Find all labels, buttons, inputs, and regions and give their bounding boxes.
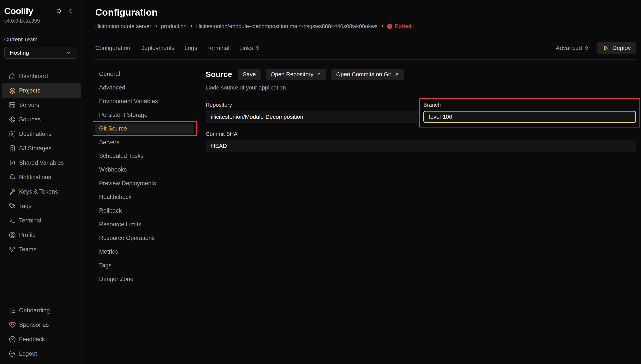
sidebar-item-onboarding[interactable]: Onboarding [2, 303, 81, 318]
subnav-item-git-source[interactable]: Git Source [95, 124, 194, 134]
subnav-item-advanced[interactable]: Advanced [95, 82, 194, 93]
tab-links[interactable]: Links [239, 45, 260, 52]
sidebar-item-dashboard[interactable]: Dashboard [2, 69, 81, 84]
sidebar-item-label: Logout [19, 350, 37, 357]
sidebar-item-logout[interactable]: Logout [2, 346, 81, 361]
subnav-item-webhooks[interactable]: Webhooks [95, 164, 194, 175]
sun-icon[interactable] [55, 7, 63, 15]
deploy-label: Deploy [612, 45, 631, 52]
chevrons-up-down-icon [584, 46, 589, 50]
open-commits-button[interactable]: Open Commits on Git [331, 69, 404, 80]
tab-configuration[interactable]: Configuration [95, 45, 130, 52]
subnav-item-danger-zone[interactable]: Danger Zone [95, 274, 194, 284]
subnav-item-metrics[interactable]: Metrics [95, 246, 194, 257]
sidebar-item-sources[interactable]: Sources [2, 112, 81, 127]
logout-icon [9, 350, 16, 357]
breadcrumb-project[interactable]: illicitonion quote server [95, 23, 151, 30]
subnav-item-rollback[interactable]: Rollback [95, 206, 194, 216]
branch-input[interactable]: level-100 [423, 111, 636, 123]
subnav-item-preview-deployments[interactable]: Preview Deployments [95, 178, 194, 188]
git-icon [9, 116, 16, 123]
sidebar-item-destinations[interactable]: Destinations [2, 127, 81, 141]
repository-value: illicitestonion/Module-Decomposition [211, 114, 303, 120]
subnav-item-environment-variables[interactable]: Environment Variables [95, 96, 194, 106]
breadcrumb-separator: › [381, 22, 383, 29]
section-title: Source [206, 70, 232, 79]
open-repository-button[interactable]: Open Repository [266, 69, 326, 80]
home-icon [9, 72, 16, 80]
sidebar-item-projects[interactable]: Projects [2, 84, 81, 98]
subnav-item-tags[interactable]: Tags [95, 260, 194, 270]
sidebar-item-label: Sponsor us [19, 322, 49, 328]
server-icon [9, 102, 16, 109]
sidebar-item-profile[interactable]: Profile [2, 228, 81, 242]
sidebar-item-tags[interactable]: Tags [2, 199, 81, 213]
commit-sha-value: HEAD [211, 143, 227, 149]
tab-label: Links [239, 45, 253, 52]
subnav-item-persistent-storage[interactable]: Persistent Storage [95, 110, 194, 120]
subnav-item-scheduled-tasks[interactable]: Scheduled Tasks [95, 151, 194, 161]
map-icon [9, 130, 16, 138]
commit-sha-field: Commit SHA HEAD [206, 131, 636, 152]
sidebar-item-shared-variables[interactable]: Shared Variables [2, 156, 81, 170]
chevrons-up-down-icon [255, 46, 260, 50]
branch-label: Branch [423, 102, 636, 108]
repository-input[interactable]: illicitestonion/Module-Decomposition [206, 111, 418, 123]
user-circle-icon [9, 232, 16, 238]
tab-label: Configuration [95, 45, 130, 52]
breadcrumb: illicitonion quote server › production ›… [95, 23, 636, 30]
configuration-content: General Advanced Environment Variables P… [95, 69, 636, 364]
tab-deployments[interactable]: Deployments [140, 45, 175, 52]
subnav-item-resource-limits[interactable]: Resource Limits [95, 219, 194, 230]
subnav-item-general[interactable]: General [95, 69, 194, 79]
deploy-button[interactable]: Deploy [597, 42, 636, 54]
sidebar-nav: Dashboard Projects Servers Sources Desti… [0, 69, 83, 257]
fields-row: Repository illicitestonion/Module-Decomp… [206, 102, 636, 123]
status-dot [387, 24, 392, 29]
sidebar-item-teams[interactable]: Teams [2, 242, 81, 257]
tab-actions: Advanced Deploy [556, 42, 636, 54]
subnav-item-servers[interactable]: Servers [95, 137, 194, 148]
sidebar-item-label: Feedback [19, 336, 45, 343]
database-icon [9, 145, 16, 152]
app-logo: Coolify [4, 6, 33, 16]
sidebar-item-keys-tokens[interactable]: Keys & Tokens [2, 184, 81, 199]
team-select[interactable]: Hosting [4, 47, 77, 59]
list-checks-icon [9, 307, 16, 314]
sidebar-item-terminal[interactable]: Terminal [2, 213, 81, 228]
sidebar-item-label: Terminal [19, 217, 41, 224]
advanced-dropdown[interactable]: Advanced [556, 45, 589, 52]
save-button[interactable]: Save [238, 69, 261, 80]
sidebar-item-servers[interactable]: Servers [2, 98, 81, 112]
text-cursor [453, 114, 453, 120]
breadcrumb-separator: › [155, 22, 157, 29]
breadcrumb-application[interactable]: illicitestonion/-module--decomposition:m… [196, 23, 378, 30]
tabbar: Configuration Deployments Logs Terminal … [95, 42, 636, 54]
sidebar-item-s3-storages[interactable]: S3 Storages [2, 141, 81, 156]
key-icon [9, 188, 16, 195]
repository-field: Repository illicitestonion/Module-Decomp… [206, 102, 418, 123]
arrow-up-right-icon [394, 72, 399, 77]
tab-logs[interactable]: Logs [184, 45, 197, 52]
chevrons-up-down-icon[interactable] [68, 8, 74, 14]
breadcrumb-separator: › [191, 22, 192, 29]
sidebar-item-feedback[interactable]: Feedback [2, 332, 81, 346]
subnav-item-healthcheck[interactable]: Healthcheck [95, 192, 194, 202]
tabs: Configuration Deployments Logs Terminal … [95, 45, 260, 52]
theme-controls [55, 7, 74, 15]
sidebar-item-notifications[interactable]: Notifications [2, 170, 81, 184]
status-badge: Exited [387, 23, 412, 30]
save-label: Save [243, 71, 256, 78]
variable-icon [9, 159, 16, 166]
git-source-form: Source Save Open Repository Open Commits… [194, 69, 636, 364]
tab-terminal[interactable]: Terminal [207, 45, 229, 52]
sidebar-item-sponsor-us[interactable]: Sponsor us [2, 318, 81, 332]
branch-field: Branch level-100 [423, 102, 636, 123]
subnav-item-resource-operations[interactable]: Resource Operations [95, 233, 194, 243]
sidebar-item-label: Notifications [19, 174, 51, 181]
commit-sha-input[interactable]: HEAD [206, 140, 636, 152]
chevron-down-icon [66, 50, 72, 56]
sidebar-item-label: Sources [19, 116, 41, 123]
breadcrumb-environment[interactable]: production [161, 23, 187, 30]
sidebar-item-label: Keys & Tokens [19, 188, 58, 195]
